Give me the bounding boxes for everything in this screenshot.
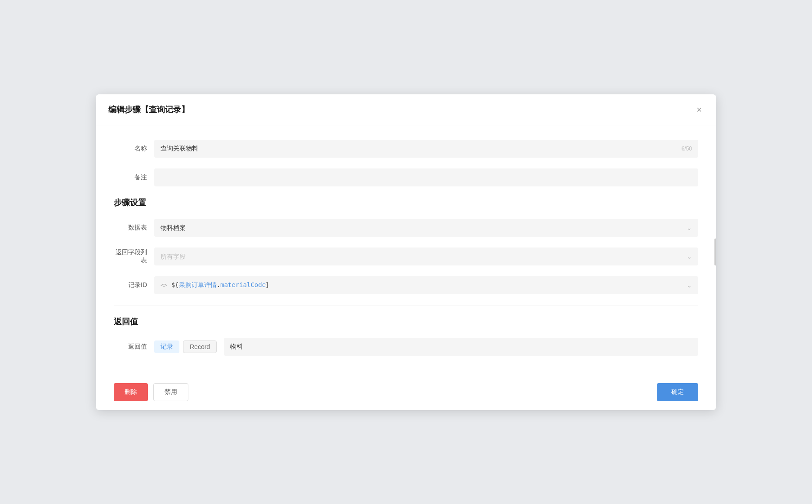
return-value-title: 返回值 [114, 316, 698, 327]
footer-left-actions: 删除 禁用 [114, 383, 188, 401]
note-label: 备注 [114, 173, 154, 181]
confirm-button[interactable]: 确定 [657, 383, 698, 401]
return-value-label: 返回值 [114, 343, 154, 351]
modal-overlay: 编辑步骤【查询记录】 × 名称 6/50 备注 步骤设置 数据表 [90, 50, 722, 454]
name-input[interactable] [154, 140, 698, 158]
record-id-label: 记录ID [114, 281, 154, 289]
modal-footer: 删除 禁用 确定 [96, 374, 716, 410]
modal-dialog: 编辑步骤【查询记录】 × 名称 6/50 备注 步骤设置 数据表 [96, 94, 716, 410]
return-fields-row: 返回字段列表 所有字段 ⌄ [114, 248, 698, 265]
modal-body: 名称 6/50 备注 步骤设置 数据表 物料档案 [96, 125, 716, 367]
return-value-row: 返回值 记录 Record [114, 338, 698, 356]
record-id-var2: materialCode [220, 281, 266, 288]
record-id-var1: 采购订单详情 [179, 281, 217, 288]
divider [114, 305, 698, 305]
data-table-select-wrapper: 物料档案 ⌄ [154, 219, 698, 237]
modal-header: 编辑步骤【查询记录】 × [96, 94, 716, 125]
record-id-wrapper[interactable]: <> ${采购订单详情.materialCode} ⌄ [154, 276, 698, 294]
record-id-row: 记录ID <> ${采购订单详情.materialCode} ⌄ [114, 276, 698, 294]
name-input-wrapper: 6/50 [154, 140, 698, 158]
return-fields-label: 返回字段列表 [114, 248, 154, 265]
disable-button[interactable]: 禁用 [153, 383, 188, 401]
note-input[interactable] [154, 168, 698, 186]
data-table-select[interactable]: 物料档案 [154, 219, 698, 237]
data-table-label: 数据表 [114, 224, 154, 232]
tag-group: 记录 Record [154, 340, 217, 353]
code-brackets-icon: <> [161, 282, 168, 288]
data-table-row: 数据表 物料档案 ⌄ [114, 219, 698, 237]
tag-record-active[interactable]: 记录 [154, 340, 179, 353]
return-fields-select[interactable]: 所有字段 [154, 248, 698, 265]
delete-button[interactable]: 删除 [114, 383, 148, 401]
tag-record-inactive[interactable]: Record [183, 340, 217, 353]
name-row: 名称 6/50 [114, 140, 698, 158]
note-row: 备注 [114, 168, 698, 186]
return-value-input[interactable] [224, 338, 698, 356]
step-settings-title: 步骤设置 [114, 197, 698, 208]
record-id-value: ${采购订单详情.materialCode} [171, 281, 270, 289]
modal-title: 编辑步骤【查询记录】 [108, 104, 189, 115]
scrollbar[interactable] [714, 239, 716, 265]
name-counter: 6/50 [682, 146, 692, 152]
record-id-chevron-icon: ⌄ [687, 282, 692, 289]
return-fields-select-wrapper: 所有字段 ⌄ [154, 248, 698, 265]
close-button[interactable]: × [695, 103, 704, 116]
name-label: 名称 [114, 145, 154, 153]
